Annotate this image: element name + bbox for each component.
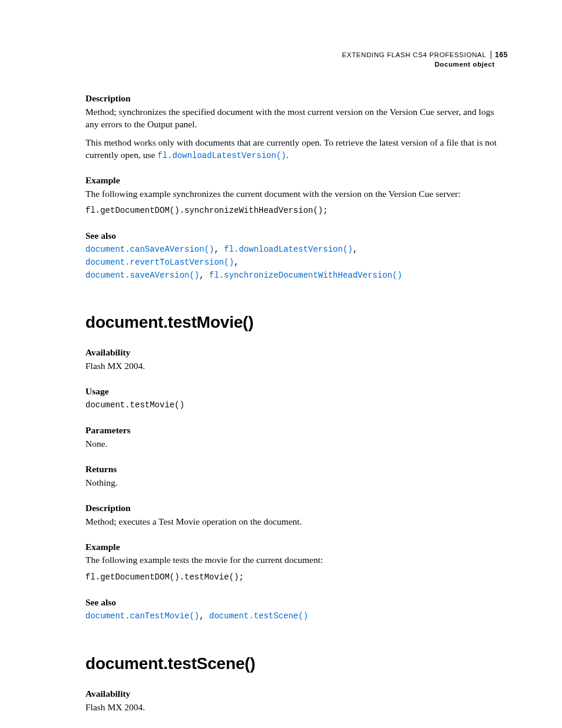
description-text: Method; executes a Test Movie operation …: [85, 516, 508, 528]
code-block: fl.getDocumentDOM().testMovie();: [85, 571, 508, 584]
chapter-title: Document object: [342, 60, 508, 68]
availability-label: Availability: [85, 688, 508, 700]
page-number: 165: [491, 51, 508, 59]
example-paragraph: The following example synchronizes the c…: [85, 188, 508, 200]
example-label: Example: [85, 541, 508, 554]
description-label: Description: [85, 502, 508, 515]
heading-test-movie: document.testMovie(): [85, 311, 508, 334]
returns-label: Returns: [85, 463, 508, 476]
link-sync-with-head[interactable]: fl.synchronizeDocumentWithHeadVersion(): [209, 271, 402, 280]
parameters-label: Parameters: [85, 424, 508, 437]
usage-code: document.testMovie(): [85, 399, 508, 411]
header-line-1: EXTENDING FLASH CS4 PROFESSIONAL 165: [342, 51, 508, 60]
link-revert-to-last[interactable]: document.revertToLastVersion(): [85, 258, 234, 267]
description-label: Description: [85, 93, 508, 105]
separator: ,: [199, 611, 209, 621]
text-fragment: .: [286, 150, 289, 160]
code-block: fl.getDocumentDOM().synchronizeWithHeadV…: [85, 205, 508, 217]
separator: ,: [353, 245, 358, 254]
availability-text: Flash MX 2004.: [85, 701, 508, 714]
text-fragment: This method works only with documents th…: [85, 137, 497, 160]
link-save-a-version[interactable]: document.saveAVersion(): [85, 271, 199, 280]
link-can-test-movie[interactable]: document.canTestMovie(): [85, 611, 199, 621]
availability-text: Flash MX 2004.: [85, 360, 508, 373]
example-label: Example: [85, 174, 508, 187]
returns-text: Nothing.: [85, 477, 508, 489]
description-paragraph: Method; synchronizes the specified docum…: [85, 106, 508, 131]
separator: ,: [214, 245, 224, 254]
heading-test-scene: document.testScene(): [85, 653, 508, 675]
separator: ,: [234, 258, 239, 267]
usage-label: Usage: [85, 386, 508, 398]
running-header: EXTENDING FLASH CS4 PROFESSIONAL 165 Doc…: [342, 51, 508, 68]
see-also-links: document.canSaveAVersion(), fl.downloadL…: [85, 243, 508, 282]
separator: ,: [199, 271, 209, 280]
example-paragraph: The following example tests the movie fo…: [85, 554, 508, 566]
see-also-links: document.canTestMovie(), document.testSc…: [85, 610, 508, 623]
see-also-label: See also: [85, 597, 508, 609]
link-test-scene[interactable]: document.testScene(): [209, 611, 308, 621]
see-also-label: See also: [85, 230, 508, 242]
link-can-save-version[interactable]: document.canSaveAVersion(): [85, 245, 214, 254]
availability-label: Availability: [85, 347, 508, 359]
page: EXTENDING FLASH CS4 PROFESSIONAL 165 Doc…: [0, 0, 562, 728]
book-title: EXTENDING FLASH CS4 PROFESSIONAL: [342, 51, 487, 59]
page-content: Description Method; synchronizes the spe…: [85, 93, 508, 714]
parameters-text: None.: [85, 438, 508, 450]
link-download-latest[interactable]: fl.downloadLatestVersion(): [157, 151, 286, 160]
link-download-latest-version[interactable]: fl.downloadLatestVersion(): [224, 245, 352, 254]
description-paragraph-2: This method works only with documents th…: [85, 137, 508, 162]
